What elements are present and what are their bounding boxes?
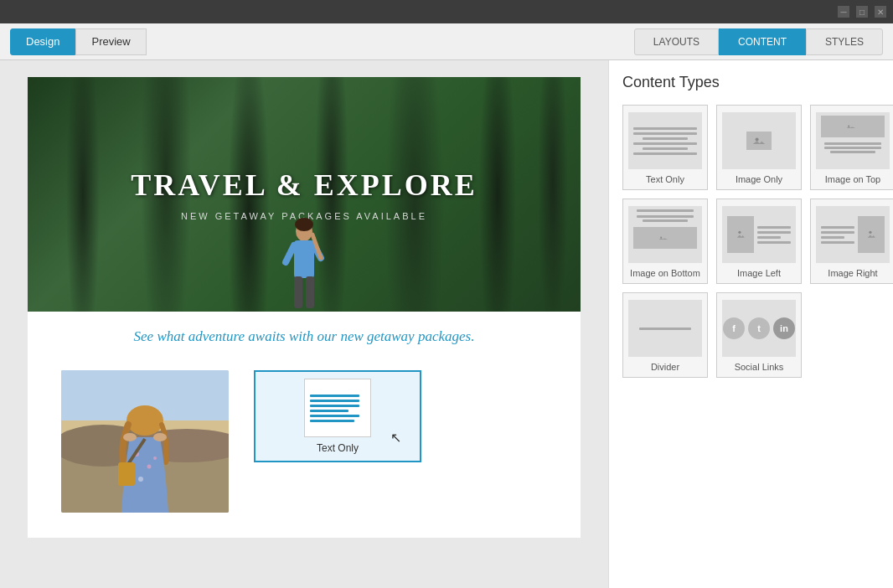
content-type-image-right[interactable]: Image Right (810, 199, 893, 284)
top-bar: Design Preview LAYOUTS CONTENT STYLES (0, 23, 893, 60)
minimize-button[interactable]: ─ (838, 6, 849, 18)
email-canvas: TRAVEL & EXPLORE NEW GETAWAY PACKAGES AV… (28, 77, 581, 538)
content-type-divider[interactable]: Divider (622, 292, 708, 378)
social-links-label: Social Links (735, 362, 784, 372)
close-button[interactable]: ✕ (875, 6, 886, 18)
tagline-section: See what adventure awaits with our new g… (28, 312, 581, 362)
title-bar: ─ □ ✕ (0, 0, 893, 23)
svg-point-13 (126, 405, 163, 436)
hero-figure (279, 216, 329, 312)
svg-point-29 (738, 231, 741, 234)
svg-rect-6 (294, 276, 302, 308)
svg-rect-30 (867, 228, 876, 241)
facebook-icon: f (723, 317, 745, 339)
svg-point-31 (869, 231, 871, 234)
svg-point-17 (153, 456, 157, 460)
image-only-icon (722, 112, 796, 169)
maximize-button[interactable]: □ (856, 6, 868, 18)
svg-point-15 (147, 465, 152, 469)
content-type-image-left[interactable]: Image Left (716, 199, 802, 284)
content-type-social-links[interactable]: f t in Social Links (716, 292, 802, 378)
hero-title: TRAVEL & EXPLORE (131, 168, 477, 203)
image-only-label: Image Only (736, 174, 782, 184)
header-right-tabs: LAYOUTS CONTENT STYLES (634, 28, 883, 55)
image-right-label: Image Right (828, 268, 877, 278)
styles-tab[interactable]: STYLES (806, 28, 883, 55)
content-type-image-only[interactable]: Image Only (716, 105, 802, 190)
hero-section: TRAVEL & EXPLORE NEW GETAWAY PACKAGES AV… (28, 77, 581, 312)
svg-point-20 (123, 433, 137, 441)
linkedin-icon: in (773, 317, 795, 339)
social-links-icon: f t in (722, 300, 796, 357)
svg-rect-7 (306, 276, 314, 308)
image-on-top-icon (816, 112, 890, 169)
image-left-icon (722, 206, 796, 263)
image-on-top-label: Image on Top (825, 174, 880, 184)
panel-title: Content Types (622, 74, 880, 91)
svg-rect-22 (752, 136, 766, 147)
svg-line-3 (286, 245, 294, 262)
text-only-drag-block[interactable]: Text Only ↖ (254, 370, 421, 462)
svg-rect-28 (736, 228, 746, 241)
image-on-bottom-icon (628, 206, 702, 263)
text-only-label: Text Only (646, 174, 684, 184)
layouts-tab[interactable]: LAYOUTS (634, 28, 719, 55)
text-only-block-icon (304, 379, 371, 437)
design-tab[interactable]: Design (10, 28, 75, 55)
preview-tab[interactable]: Preview (75, 28, 146, 55)
right-panel: Content Types Text Only (608, 60, 893, 588)
main-area: TRAVEL & EXPLORE NEW GETAWAY PACKAGES AV… (0, 60, 893, 588)
svg-point-21 (153, 433, 167, 441)
hero-content: TRAVEL & EXPLORE NEW GETAWAY PACKAGES AV… (131, 168, 477, 221)
content-type-image-on-top[interactable]: Image on Top (810, 105, 893, 190)
content-type-image-on-bottom[interactable]: Image on Bottom (622, 199, 708, 284)
text-only-drag-label: Text Only (317, 442, 359, 454)
twitter-icon: t (748, 317, 770, 339)
divider-label: Divider (651, 362, 679, 372)
tagline-text: See what adventure awaits with our new g… (61, 328, 547, 345)
svg-point-16 (138, 477, 143, 482)
image-on-bottom-label: Image on Bottom (630, 268, 700, 278)
svg-point-23 (756, 137, 759, 141)
content-section: Text Only ↖ (28, 362, 581, 538)
text-only-icon (628, 112, 702, 169)
image-right-icon (816, 206, 890, 263)
content-tab[interactable]: CONTENT (719, 28, 806, 55)
content-types-grid: Text Only Image Only (622, 105, 880, 378)
travel-photo (61, 370, 229, 513)
cursor-icon: ↖ (390, 430, 401, 446)
divider-icon (628, 300, 702, 357)
content-type-text-only[interactable]: Text Only (622, 105, 708, 190)
svg-rect-19 (118, 462, 135, 486)
canvas-area: TRAVEL & EXPLORE NEW GETAWAY PACKAGES AV… (0, 60, 608, 588)
image-left-label: Image Left (737, 268, 781, 278)
svg-point-1 (295, 218, 313, 231)
